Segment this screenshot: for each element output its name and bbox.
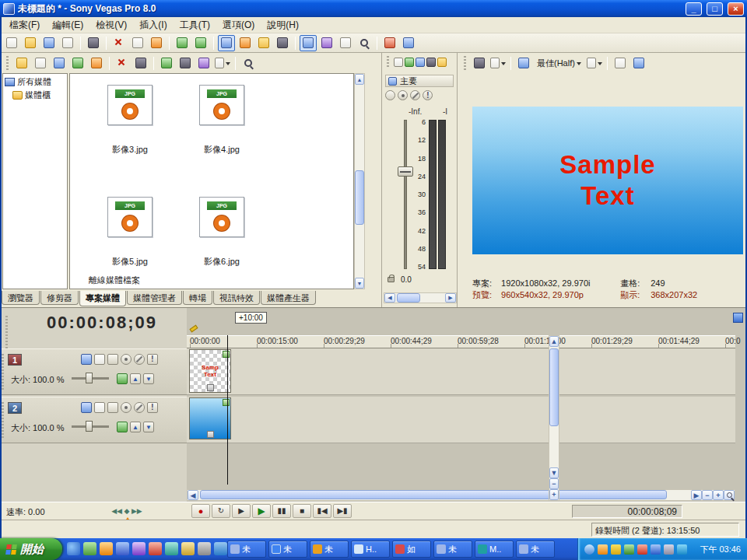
- scroll-track[interactable]: [198, 490, 691, 500]
- preview-quality-dropdown[interactable]: 最佳(Half): [534, 56, 584, 71]
- copy-icon[interactable]: [129, 35, 146, 51]
- hide-icons-icon[interactable]: [584, 544, 594, 555]
- event-pan-crop-icon[interactable]: [207, 384, 214, 391]
- make-child-icon[interactable]: ▼: [143, 373, 154, 384]
- scroll-left-icon[interactable]: ◀: [188, 490, 198, 500]
- event-pan-crop-icon[interactable]: [207, 431, 214, 438]
- copy-snapshot-icon[interactable]: [612, 55, 629, 72]
- timeline-horizontal-scrollbar[interactable]: ◀ ▶ − +: [187, 489, 735, 501]
- auto-ripple-icon[interactable]: [237, 35, 254, 51]
- tab-explorer[interactable]: 瀏覽器: [2, 291, 40, 305]
- track-automation-icon[interactable]: [107, 354, 118, 365]
- video-event-gradient-clip[interactable]: [189, 397, 231, 439]
- stop-preview-icon[interactable]: [177, 55, 194, 72]
- project-properties-icon[interactable]: [85, 35, 102, 51]
- bus-mute-icon[interactable]: [410, 90, 420, 100]
- normal-edit-tool-icon[interactable]: [300, 35, 317, 51]
- taskbar-button-6[interactable]: 未: [433, 541, 472, 558]
- zoom-in-time-icon[interactable]: +: [713, 490, 724, 500]
- scroll-up-icon[interactable]: ▲: [355, 74, 364, 85]
- scroll-thumb[interactable]: [549, 348, 559, 426]
- make-parent-icon[interactable]: ▲: [130, 422, 141, 432]
- zoom-out-track-icon[interactable]: −: [549, 478, 559, 489]
- lock-envelopes-icon[interactable]: [255, 35, 272, 51]
- track-motion-icon[interactable]: [94, 402, 105, 413]
- bus-automation-icon[interactable]: [385, 90, 395, 100]
- insert-assignable-fx-icon[interactable]: [405, 58, 414, 67]
- whats-this-help-icon[interactable]: [400, 35, 417, 51]
- tab-trimmer[interactable]: 修剪器: [40, 291, 79, 305]
- quicklaunch-browser-icon[interactable]: [67, 542, 80, 555]
- stop-button[interactable]: ■: [293, 504, 311, 518]
- master-bus-header[interactable]: 主要: [385, 75, 454, 87]
- overlays-icon[interactable]: [586, 55, 603, 72]
- scroll-down-icon[interactable]: ▼: [549, 467, 559, 478]
- master-fader-track[interactable]: [404, 120, 407, 269]
- panel-grip[interactable]: [387, 56, 389, 68]
- interactive-tutorials-icon[interactable]: [381, 35, 398, 51]
- go-to-start-button[interactable]: ▮◀: [313, 504, 331, 518]
- generated-media-icon[interactable]: [223, 399, 230, 406]
- paste-icon[interactable]: [148, 35, 165, 51]
- tab-media-manager[interactable]: 媒體管理者: [127, 291, 182, 305]
- tray-icon[interactable]: [624, 544, 634, 555]
- track-solo-icon[interactable]: [147, 402, 158, 413]
- capture-video-icon[interactable]: [51, 55, 68, 72]
- taskbar-button-8[interactable]: 未: [516, 541, 555, 558]
- close-button[interactable]: ×: [728, 2, 744, 16]
- taskbar-button-5[interactable]: 如: [392, 541, 431, 558]
- scroll-right-icon[interactable]: ▶: [691, 490, 702, 500]
- play-from-start-button[interactable]: ▶: [232, 504, 251, 518]
- tray-icon[interactable]: [637, 544, 647, 555]
- tray-icon[interactable]: [651, 544, 661, 555]
- track-number-badge[interactable]: 2: [8, 402, 22, 414]
- dim-output-icon[interactable]: [437, 58, 447, 67]
- zoom-in-track-icon[interactable]: +: [549, 489, 559, 500]
- time-ruler[interactable]: 00:00:00 00:00:15:00 00:00:29;29 00:00:4…: [187, 335, 735, 348]
- extract-audio-icon[interactable]: [88, 55, 105, 72]
- media-properties-icon[interactable]: [132, 55, 149, 72]
- panel-grip[interactable]: [6, 56, 9, 70]
- start-button[interactable]: 開始: [0, 538, 62, 560]
- track-header-2[interactable]: 2 大小: 100.0 % ▲ ▼: [0, 397, 187, 443]
- media-item-image3[interactable]: JPG 影像3.jpg: [87, 85, 173, 156]
- cut-icon[interactable]: [110, 35, 128, 51]
- track-grip[interactable]: [2, 354, 4, 390]
- scroll-left-icon[interactable]: ◀: [384, 293, 395, 303]
- record-button[interactable]: ●: [191, 504, 210, 518]
- panel-grip[interactable]: [464, 56, 466, 70]
- track-level-handle[interactable]: [86, 421, 93, 432]
- bus-fx-icon[interactable]: [398, 90, 408, 100]
- taskbar-button-7[interactable]: M..: [475, 541, 514, 558]
- track-solo-icon[interactable]: [147, 354, 158, 365]
- save-snapshot-icon[interactable]: [630, 55, 647, 72]
- mixer-horizontal-scrollbar[interactable]: ◀ ▶: [384, 292, 457, 303]
- scroll-up-icon[interactable]: ▲: [549, 336, 559, 347]
- menu-insert[interactable]: 插入(I): [133, 17, 173, 33]
- downmix-output-icon[interactable]: [426, 58, 436, 67]
- render-as-icon[interactable]: [59, 35, 76, 51]
- track-fx-icon[interactable]: [121, 354, 132, 365]
- quicklaunch-icon[interactable]: [165, 542, 178, 555]
- zoom-tool-icon[interactable]: [724, 490, 735, 500]
- tray-icon[interactable]: [664, 544, 674, 555]
- insert-audio-bus-icon[interactable]: [394, 58, 403, 67]
- video-output-fx-icon[interactable]: [471, 55, 488, 72]
- taskbar-button-4[interactable]: H..: [351, 541, 390, 558]
- envelope-edit-tool-icon[interactable]: [318, 35, 335, 51]
- bus-solo-icon[interactable]: [423, 90, 433, 100]
- tab-transitions[interactable]: 轉場: [183, 291, 212, 305]
- menu-file[interactable]: 檔案(F): [3, 17, 46, 33]
- scroll-thumb[interactable]: [397, 293, 420, 303]
- save-project-icon[interactable]: [40, 35, 58, 51]
- bypass-motion-blur-icon[interactable]: [81, 354, 92, 365]
- menu-edit[interactable]: 編輯(E): [46, 17, 89, 33]
- generated-media-icon[interactable]: [223, 351, 230, 358]
- search-media-icon[interactable]: [240, 55, 257, 72]
- tree-item-all-media[interactable]: 所有媒體: [5, 75, 65, 89]
- track-number-badge[interactable]: 1: [8, 354, 22, 366]
- open-project-icon[interactable]: [22, 35, 39, 51]
- zoom-out-time-icon[interactable]: −: [702, 490, 713, 500]
- quicklaunch-icon[interactable]: [149, 542, 162, 555]
- track-motion-icon[interactable]: [94, 354, 105, 365]
